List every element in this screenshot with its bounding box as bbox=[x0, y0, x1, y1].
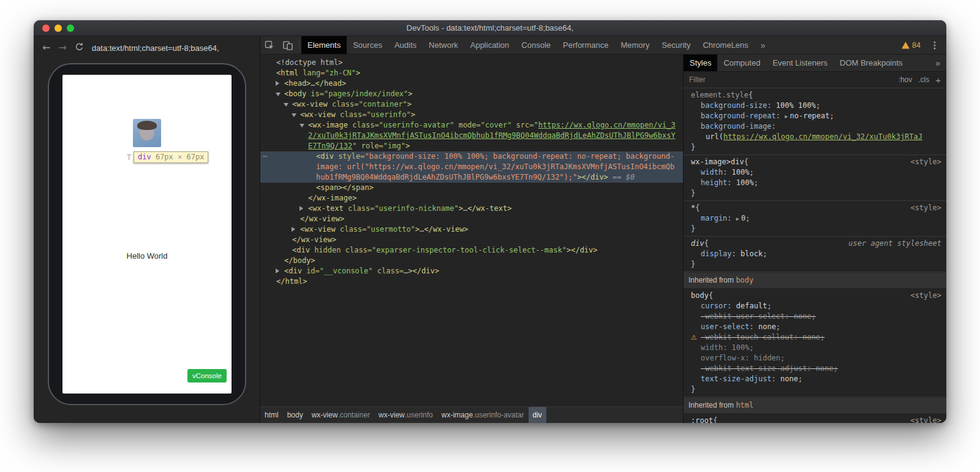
css-property[interactable]: height: 100%; bbox=[691, 178, 941, 188]
collapse-arrow-icon[interactable] bbox=[300, 124, 304, 128]
forward-icon[interactable]: → bbox=[58, 43, 66, 53]
expand-arrow-icon[interactable] bbox=[292, 227, 295, 232]
styles-more-chevron[interactable]: » bbox=[929, 55, 946, 71]
device-toolbar-icon[interactable] bbox=[279, 36, 297, 54]
css-property[interactable]: width: 100%; bbox=[691, 343, 941, 353]
inspect-element-icon[interactable] bbox=[260, 36, 279, 54]
css-property[interactable]: ⚠-webkit-touch-callout: none; bbox=[691, 332, 941, 343]
rule-selector[interactable]: body bbox=[691, 291, 709, 301]
breadcrumb-item[interactable]: div bbox=[529, 407, 546, 423]
tree-row[interactable]: <!doctype html> bbox=[260, 58, 683, 68]
tab-chromelens[interactable]: ChromeLens bbox=[696, 36, 754, 54]
tree-row[interactable]: <wx-view class="usermotto">…</wx-view> bbox=[260, 224, 683, 235]
tab-console[interactable]: Console bbox=[515, 36, 557, 54]
collapse-arrow-icon[interactable] bbox=[292, 113, 296, 117]
breadcrumb-item[interactable]: wx-view.container bbox=[307, 407, 374, 423]
pseudo-state-toggle[interactable]: :hov bbox=[899, 75, 913, 84]
tree-row[interactable]: <html lang="zh-CN"> bbox=[260, 68, 683, 78]
css-property[interactable]: user-select: none; bbox=[691, 322, 941, 332]
sidebar-tab-styles[interactable]: Styles bbox=[684, 55, 717, 71]
tree-row[interactable]: <span></span> bbox=[260, 183, 683, 193]
breadcrumb-item[interactable]: html bbox=[260, 407, 283, 423]
rule-selector-line[interactable]: :root {<style> bbox=[691, 416, 941, 423]
kebab-menu-icon[interactable] bbox=[925, 40, 944, 50]
tree-row[interactable]: </html> bbox=[260, 276, 683, 287]
url-text[interactable]: data:text/html;charset=utf-8;base64, bbox=[92, 44, 219, 53]
expand-arrow-icon[interactable] bbox=[300, 206, 303, 211]
css-property[interactable]: display: block; bbox=[691, 249, 941, 259]
tree-row[interactable]: ⋯<div style="background-size: 100% 100%;… bbox=[260, 151, 683, 183]
tab-sources[interactable]: Sources bbox=[347, 36, 388, 54]
css-property[interactable]: overflow-x: hidden; bbox=[691, 353, 941, 364]
sidebar-tab-dom-breakpoints[interactable]: DOM Breakpoints bbox=[834, 55, 909, 71]
tree-row[interactable]: <body is="pages/index/index"> bbox=[260, 89, 683, 99]
tree-row[interactable]: </wx-view> bbox=[260, 235, 683, 245]
collapse-arrow-icon[interactable] bbox=[276, 93, 281, 96]
rule-selector-line[interactable]: wx-image>div {<style> bbox=[691, 157, 941, 167]
rule-selector[interactable]: wx-image>div bbox=[691, 157, 744, 167]
rule-selector[interactable]: * bbox=[691, 203, 695, 213]
css-property[interactable]: margin: ▸ 0; bbox=[691, 213, 941, 224]
sidebar-tab-computed[interactable]: Computed bbox=[717, 55, 766, 71]
inherited-node-link[interactable]: body bbox=[736, 276, 753, 284]
css-property[interactable]: background-repeat: ▸ no-repeat; bbox=[691, 111, 941, 121]
sidebar-tab-event-listeners[interactable]: Event Listeners bbox=[766, 55, 834, 71]
rule-selector-line[interactable]: element.style { bbox=[691, 90, 941, 101]
rule-selector[interactable]: div bbox=[691, 238, 704, 249]
rule-selector-line[interactable]: div {user agent stylesheet bbox=[691, 238, 941, 249]
css-property[interactable]: background-image: bbox=[691, 121, 941, 132]
rule-selector[interactable]: element.style bbox=[691, 90, 748, 101]
css-url-link[interactable]: https://wx.qlogo.cn/mmopen/vi_32/xuTu0k3… bbox=[723, 132, 922, 141]
tab-performance[interactable]: Performance bbox=[557, 36, 614, 54]
row-options-icon[interactable]: ⋯ bbox=[263, 151, 267, 162]
style-source-link[interactable]: <style> bbox=[905, 416, 941, 423]
rule-selector[interactable]: :root bbox=[691, 416, 713, 423]
tree-row[interactable]: <div id="__vconsole" class=…></div> bbox=[260, 266, 683, 276]
expand-arrow-icon[interactable] bbox=[276, 81, 279, 86]
tree-row[interactable]: </body> bbox=[260, 256, 683, 266]
tree-row[interactable]: <head>…</head> bbox=[260, 78, 683, 89]
breadcrumb-item[interactable]: wx-view.userinfo bbox=[374, 407, 437, 423]
new-style-rule-button[interactable]: + bbox=[935, 75, 941, 85]
css-property[interactable]: width: 100%; bbox=[691, 167, 941, 178]
back-icon[interactable]: ← bbox=[42, 43, 50, 53]
more-tabs-chevron[interactable]: » bbox=[755, 36, 772, 54]
tree-row[interactable]: <wx-view class="userinfo"> bbox=[260, 110, 683, 120]
tree-row[interactable]: </wx-view> bbox=[260, 214, 683, 224]
tab-security[interactable]: Security bbox=[655, 36, 696, 54]
window-titlebar[interactable]: DevTools - data:text/html;charset=utf-8;… bbox=[34, 20, 946, 36]
breadcrumb-item[interactable]: body bbox=[283, 407, 307, 423]
css-property[interactable]: -webkit-user-select: none; bbox=[691, 311, 941, 322]
expand-longhand-icon[interactable]: ▸ bbox=[785, 113, 790, 120]
css-property[interactable]: background-size: 100% 100%; bbox=[691, 101, 941, 111]
element-class-toggle[interactable]: .cls bbox=[918, 75, 929, 84]
tree-row[interactable]: </wx-image> bbox=[260, 193, 683, 204]
css-property[interactable]: cursor: default; bbox=[691, 301, 941, 311]
breadcrumb-item[interactable]: wx-image.userinfo-avatar bbox=[437, 407, 529, 423]
tree-row[interactable]: <wx-view class="container"> bbox=[260, 99, 683, 110]
tab-audits[interactable]: Audits bbox=[388, 36, 423, 54]
tree-row[interactable]: <wx-text class="userinfo-nickname">…</wx… bbox=[260, 204, 683, 214]
styles-filter-input[interactable] bbox=[689, 75, 892, 84]
tab-elements[interactable]: Elements bbox=[301, 36, 347, 54]
reload-icon[interactable] bbox=[75, 42, 84, 53]
style-source-link[interactable]: <style> bbox=[905, 157, 941, 167]
tree-row[interactable]: <wx-image class="userinfo-avatar" mode="… bbox=[260, 120, 683, 151]
vconsole-button[interactable]: vConsole bbox=[187, 369, 227, 383]
style-source-link[interactable]: <style> bbox=[905, 203, 941, 213]
inherited-node-link[interactable]: html bbox=[736, 401, 753, 409]
tab-application[interactable]: Application bbox=[464, 36, 516, 54]
issues-warning-badge[interactable]: 84 bbox=[898, 41, 924, 50]
rule-selector-line[interactable]: body {<style> bbox=[691, 291, 941, 301]
style-source-link[interactable]: <style> bbox=[905, 291, 941, 301]
collapse-arrow-icon[interactable] bbox=[284, 103, 288, 107]
tab-network[interactable]: Network bbox=[423, 36, 464, 54]
rule-selector-line[interactable]: * {<style> bbox=[691, 203, 941, 213]
css-property[interactable]: text-size-adjust: none; bbox=[691, 374, 941, 384]
css-property[interactable]: -webkit-text-size-adjust: none; bbox=[691, 364, 941, 374]
expand-longhand-icon[interactable]: ▸ bbox=[736, 215, 741, 222]
tree-row[interactable]: <div hidden class="exparser-inspector-to… bbox=[260, 245, 683, 256]
avatar-image[interactable] bbox=[133, 119, 161, 147]
css-property-value-link[interactable]: url(https://wx.qlogo.cn/mmopen/vi_32/xuT… bbox=[691, 132, 941, 142]
tab-memory[interactable]: Memory bbox=[614, 36, 655, 54]
